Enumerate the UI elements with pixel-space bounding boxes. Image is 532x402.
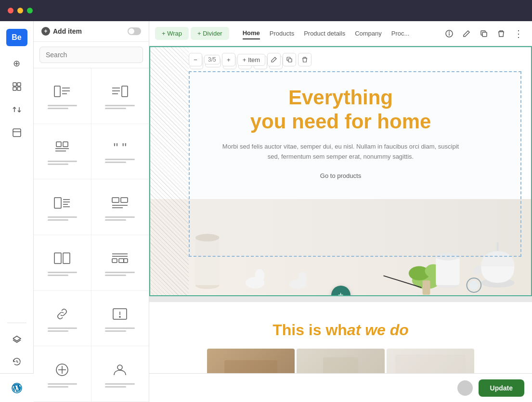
item-line-1: [105, 383, 135, 385]
grid-media-icon: [111, 196, 129, 213]
svg-rect-33: [63, 253, 70, 264]
panel-header: + Add item: [34, 21, 149, 42]
badge-cell[interactable]: [34, 346, 91, 402]
quote-cell[interactable]: " ": [91, 124, 149, 180]
section-copy-btn[interactable]: [283, 53, 296, 66]
add-item-label: Add item: [53, 27, 82, 35]
wordpress-button[interactable]: [9, 380, 25, 396]
sidebar-item-layers[interactable]: [7, 329, 26, 348]
svg-rect-37: [119, 259, 124, 263]
list-media-cell[interactable]: [91, 235, 149, 291]
link-icon: [53, 307, 71, 324]
section-what: This is what we do: [149, 302, 532, 373]
sidebar-item-sort[interactable]: [7, 100, 26, 119]
item-lines: [48, 272, 78, 276]
bottom-bar: Update: [149, 373, 532, 402]
inner-selection-box: − 3/5 +: [189, 71, 521, 257]
item-line-1: [105, 216, 135, 218]
delete-button[interactable]: [493, 26, 509, 41]
section-pencil-btn[interactable]: [267, 53, 281, 66]
section2-title: This is what we do: [207, 321, 474, 339]
update-button[interactable]: Update: [479, 379, 524, 397]
svg-point-48: [449, 32, 450, 32]
add-item-button[interactable]: + Add item: [41, 27, 124, 36]
quote-icon: " ": [113, 141, 127, 155]
nav-home[interactable]: Home: [243, 27, 260, 39]
sidebar-item-history[interactable]: [7, 352, 26, 371]
item-line-1: [48, 161, 78, 162]
item-lines: [105, 272, 135, 276]
svg-rect-20: [63, 142, 68, 147]
section-outer-toolbar: − 3/5 + + Item: [189, 53, 311, 66]
svg-rect-28: [112, 198, 119, 202]
list-left-icon: [53, 84, 71, 101]
wordpress-area: [0, 373, 34, 402]
info-button[interactable]: [441, 26, 457, 41]
grid-media-cell[interactable]: [91, 179, 149, 235]
user-cell[interactable]: [91, 346, 149, 402]
edit-button[interactable]: [459, 26, 474, 41]
image-1: [207, 349, 295, 373]
panel-toggle[interactable]: [128, 27, 141, 35]
item-lines: [105, 216, 135, 221]
svg-rect-0: [13, 83, 16, 86]
canvas: − 3/5 + + Item: [149, 46, 532, 373]
svg-point-68: [469, 281, 479, 290]
sidebar-item-add[interactable]: ⊕: [7, 54, 26, 73]
item-line-2: [105, 386, 126, 388]
media-overlay-cell[interactable]: [34, 179, 91, 235]
item-line-1: [105, 159, 135, 160]
plus-button[interactable]: +: [222, 53, 235, 66]
nav-product-details[interactable]: Product details: [304, 28, 345, 39]
sidebar-item-grid[interactable]: [7, 77, 26, 96]
item-line-2: [105, 108, 126, 109]
nav-company[interactable]: Company: [355, 28, 382, 39]
item-line-2: [105, 330, 126, 332]
item-line-1: [105, 327, 135, 329]
more-button[interactable]: ⋮: [511, 26, 526, 41]
image-3: [387, 349, 474, 373]
list-item-cell[interactable]: [34, 68, 91, 124]
title-bar: [0, 0, 532, 21]
search-container: [34, 42, 149, 68]
item-line-2: [105, 219, 126, 221]
item-lines: [105, 159, 135, 163]
item-add-button[interactable]: + Item: [237, 54, 266, 66]
svg-point-45: [117, 365, 122, 370]
minimize-dot[interactable]: [17, 8, 23, 13]
alert-cell[interactable]: [91, 291, 149, 347]
minus-button[interactable]: −: [189, 53, 202, 66]
item-lines: [48, 383, 78, 388]
link-cell[interactable]: [34, 291, 91, 347]
media-right-cell[interactable]: [91, 68, 149, 124]
toolbar-left: + Wrap + Divider: [149, 27, 235, 40]
media-center-cell[interactable]: [34, 124, 91, 180]
item-lines: [48, 161, 78, 165]
search-input[interactable]: [39, 47, 143, 63]
items-panel: + Add item: [34, 21, 149, 402]
item-line-1: [48, 327, 78, 329]
nav-products[interactable]: Products: [270, 28, 294, 39]
section-trash-btn[interactable]: [298, 53, 311, 66]
sidebar-item-layout[interactable]: [7, 123, 26, 142]
item-line-2: [105, 275, 126, 276]
nav-more[interactable]: Proc...: [391, 28, 410, 39]
be-logo: Be: [6, 29, 27, 46]
item-line-1: [48, 105, 78, 106]
alert-icon: [111, 307, 129, 324]
close-dot[interactable]: [8, 8, 13, 13]
svg-rect-2: [13, 87, 16, 90]
item-line-2: [48, 108, 68, 109]
maximize-dot[interactable]: [27, 8, 33, 13]
item-lines: [48, 105, 78, 109]
image-2: [297, 349, 384, 373]
item-line-1: [48, 272, 78, 273]
columns-cell[interactable]: [34, 235, 91, 291]
main-area: + Wrap + Divider Home Products Product d…: [149, 21, 532, 402]
divider-button[interactable]: + Divider: [191, 27, 229, 40]
avatar: [457, 380, 473, 396]
window-controls: [8, 8, 33, 13]
wrap-button[interactable]: + Wrap: [155, 27, 189, 40]
user-icon: [111, 363, 129, 379]
copy-button[interactable]: [476, 26, 492, 41]
